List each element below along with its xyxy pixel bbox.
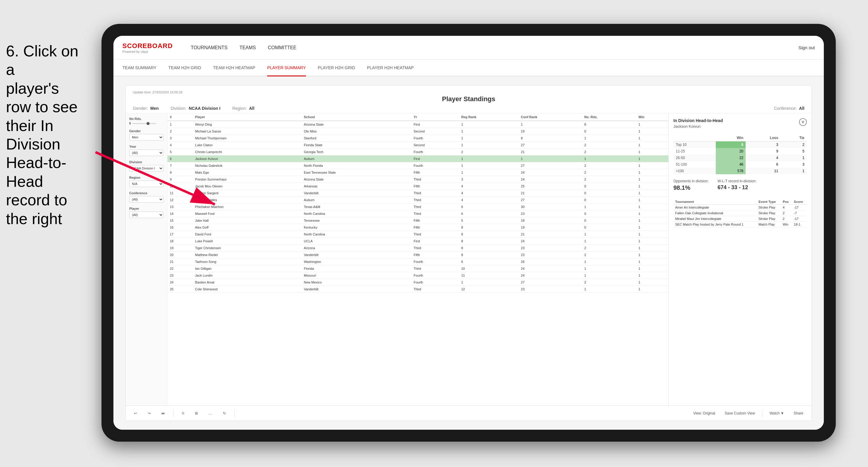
table-row[interactable]: 17 David Ford North Carolina Third 8 21 … <box>167 231 668 238</box>
table-row[interactable]: 25 Cole Sherwood Vanderbilt Third 12 23 … <box>167 286 668 293</box>
cell-rds: 0 <box>582 183 636 190</box>
tab-team-summary[interactable]: TEAM SUMMARY <box>122 60 156 76</box>
refresh-button[interactable]: ↻ <box>221 410 228 416</box>
table-row[interactable]: 19 Tiger Christensen Arizona Third 8 23 … <box>167 245 668 252</box>
table-row[interactable]: 15 Jake Hall Tennessee Fifth 5 18 0 1 <box>167 217 668 224</box>
cell-conf: 23 <box>519 252 582 258</box>
table-row[interactable]: 4 Luke Claton Florida State Second 1 27 … <box>167 142 668 149</box>
table-row[interactable]: 14 Maxwell Ford North Carolina Third 6 2… <box>167 210 668 217</box>
table-row[interactable]: 1 Wenyi Ding Arizona State First 1 1 8 1 <box>167 121 668 128</box>
t-type: Stroke Play <box>757 205 781 210</box>
cell-reg: 1 <box>459 121 519 128</box>
cell-reg: 8 <box>459 252 519 258</box>
filters-row: Gender: Men Division: NCAA Division I Re… <box>133 106 804 111</box>
cell-rank: 20 <box>167 252 193 258</box>
cell-rank: 5 <box>167 149 193 155</box>
view-original-button[interactable]: View: Original <box>691 410 718 417</box>
cell-conf: 27 <box>519 142 582 149</box>
tab-player-summary[interactable]: PLAYER SUMMARY <box>267 60 306 76</box>
region-select[interactable]: N/A <box>129 181 163 187</box>
cell-yr: Third <box>411 197 459 204</box>
h2h-range: 26-50 <box>673 155 716 161</box>
skip-button[interactable]: ⏭ <box>159 410 167 416</box>
table-row[interactable]: 24 Bastien Amat New Mexico Fourth 1 27 2… <box>167 279 668 286</box>
tab-player-h2h-heatmap[interactable]: PLAYER H2H HEATMAP <box>367 60 414 76</box>
gender-select[interactable]: Men <box>129 134 163 141</box>
nav-committee[interactable]: COMMITTEE <box>268 43 297 53</box>
table-row[interactable]: 18 Luke Powell UCLA First 8 24 1 1 <box>167 238 668 245</box>
table-row[interactable]: 13 Phichaksn Maichon Texas A&M Third 6 3… <box>167 204 668 210</box>
tab-team-h2h-grid[interactable]: TEAM H2H GRID <box>168 60 201 76</box>
cell-rank: 7 <box>167 162 193 169</box>
h2h-row: 11-25 20 9 5 <box>673 148 807 155</box>
nav-teams[interactable]: TEAMS <box>239 43 256 53</box>
table-row[interactable]: 8 Mats Ege East Tennessee State Fifth 1 … <box>167 169 668 176</box>
cell-rank: 19 <box>167 245 193 252</box>
cell-yr: Second <box>411 142 459 149</box>
copy-button[interactable]: ⎘ <box>180 410 187 416</box>
t-name: Mirabel Maui Jim Intercollegiate <box>673 216 757 222</box>
table-row[interactable]: 5 Christo Lamprecht Georgia Tech Fourth … <box>167 149 668 155</box>
undo-button[interactable]: ↩ <box>132 410 140 416</box>
redo-button[interactable]: ↪ <box>145 410 153 416</box>
save-custom-button[interactable]: Save Custom View <box>722 410 757 417</box>
h2h-loss: 6 <box>746 161 780 168</box>
slider-thumb[interactable] <box>147 122 150 125</box>
cell-reg: 1 <box>459 169 519 176</box>
division-filter-label: Division <box>129 160 163 164</box>
cell-rds: 0 <box>582 224 636 231</box>
table-row[interactable]: 16 Alex Goff Kentucky Fifth 8 19 0 1 <box>167 224 668 231</box>
share-button[interactable]: Share <box>791 410 806 417</box>
cell-yr: Fifth <box>411 252 459 258</box>
cell-win: 1 <box>636 183 668 190</box>
cell-win: 1 <box>636 210 668 217</box>
table-row[interactable]: 2 Michael La Sasse Ole Miss Second 1 19 … <box>167 128 668 135</box>
watch-button[interactable]: Watch ▼ <box>767 410 786 417</box>
more-button[interactable]: … <box>206 410 215 416</box>
table-row[interactable]: 3 Michael Thorbjornsen Stanford Fourth 1… <box>167 135 668 142</box>
conference-filter-label: Conference <box>129 191 163 195</box>
table-row[interactable]: 6 Jackson Koivun Auburn First 1 1 1 1 <box>167 155 668 162</box>
slider-track[interactable] <box>132 123 156 124</box>
h2h-loss: 3 <box>746 142 780 148</box>
conference-select[interactable]: (All) <box>129 196 163 203</box>
col-rank: # <box>167 114 193 121</box>
tab-player-h2h-grid[interactable]: PLAYER H2H GRID <box>318 60 355 76</box>
table-row[interactable]: 12 Brendan Valles Auburn Third 4 27 0 1 <box>167 197 668 204</box>
table-row[interactable]: 7 Nicholas Gabrelcik North Florida Fourt… <box>167 162 668 169</box>
cell-conf: 8 <box>519 135 582 142</box>
cell-rank: 21 <box>167 258 193 265</box>
table-row[interactable]: 21 Taehoon Song Washington Fourth 6 26 1… <box>167 258 668 265</box>
table-row[interactable]: 23 Jack Lundin Missouri Fourth 11 24 1 1 <box>167 272 668 279</box>
cell-win: 1 <box>636 231 668 238</box>
slider-no-rds[interactable]: 6 <box>129 122 163 125</box>
dashboard-panel: Update time: 27/03/2024 16:56:26 Player … <box>125 85 812 421</box>
player-select[interactable]: (All) <box>129 212 163 218</box>
table-row[interactable]: 11 Gordon Sargent Vanderbilt Third 4 21 … <box>167 190 668 197</box>
tab-team-h2h-heatmap[interactable]: TEAM H2H HEATMAP <box>213 60 255 76</box>
cell-win: 1 <box>636 190 668 197</box>
cell-player: Jackson Koivun <box>193 155 302 162</box>
sign-out-button[interactable]: Sign out <box>799 45 815 50</box>
cell-conf: 24 <box>519 272 582 279</box>
division-select[interactable]: NCAA Division I <box>129 165 163 172</box>
cell-reg: 6 <box>459 210 519 217</box>
cell-win: 1 <box>636 197 668 204</box>
table-row[interactable]: 9 Preston Summerhays Arizona State Third… <box>167 176 668 183</box>
table-row[interactable]: 10 Jacob Mou Olesen Arkansas Fifth 4 25 … <box>167 183 668 190</box>
table-row[interactable]: 22 Ian Gilligan Florida Third 10 24 1 1 <box>167 265 668 272</box>
cell-rank: 22 <box>167 265 193 272</box>
cell-school: Kentucky <box>302 224 411 231</box>
nav-tournaments[interactable]: TOURNAMENTS <box>191 43 227 53</box>
t-score: -7 <box>792 210 807 216</box>
tournament-row: Mirabel Maui Jim Intercollegiate Stroke … <box>673 216 807 222</box>
logo-powered: Powered by clippi <box>122 50 173 54</box>
h2h-col-range <box>673 134 716 142</box>
cell-rds: 1 <box>582 231 636 238</box>
year-select[interactable]: (All) <box>129 150 163 156</box>
table-row[interactable]: 20 Matthew Riedel Vanderbilt Fifth 8 23 … <box>167 252 668 258</box>
paste-button[interactable]: ⊞ <box>192 410 200 416</box>
h2h-close-button[interactable]: × <box>799 118 807 126</box>
t-score: -17 <box>792 216 807 222</box>
filter-region: Region: All <box>232 106 254 111</box>
